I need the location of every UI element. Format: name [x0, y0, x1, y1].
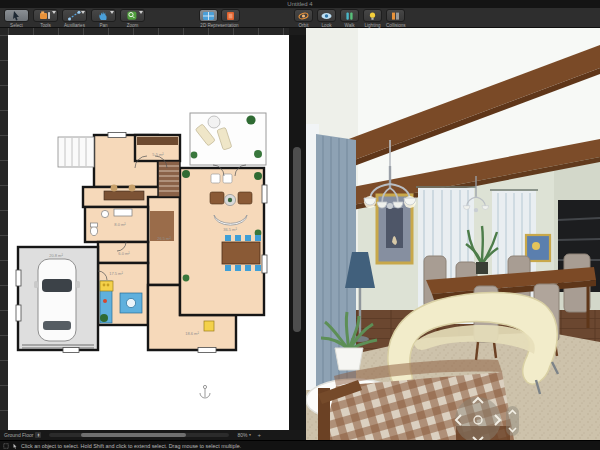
- kitchen-area-label: 17.5 m²: [109, 271, 123, 276]
- select-icon: [9, 10, 24, 21]
- plant-icon[interactable]: [246, 115, 255, 124]
- closet-area-label: 5.5 m²: [152, 152, 164, 157]
- orbit-button[interactable]: [294, 9, 313, 22]
- zoom-dropdown-arrow: [139, 11, 143, 14]
- painting[interactable]: [526, 235, 550, 261]
- tools-button[interactable]: [33, 9, 58, 22]
- closet-shelves[interactable]: [137, 137, 178, 145]
- selection-mode-icon: [3, 443, 9, 449]
- tools-dropdown-arrow: [52, 11, 56, 14]
- floor-stepper-icon[interactable]: ▲▼: [35, 432, 41, 438]
- look-button[interactable]: [317, 9, 336, 22]
- auxiliaries-dropdown-arrow: [81, 11, 85, 14]
- bathroom-area-label: 8.0 m²: [114, 222, 126, 227]
- plant-icon[interactable]: [191, 152, 198, 159]
- lighting-icon: [366, 11, 379, 21]
- tools-icon: [38, 10, 53, 21]
- toolbar-left-group: Select Tools: [4, 9, 149, 28]
- status-message: Click an object to select. Hold Shift an…: [21, 443, 241, 449]
- window-titlebar[interactable]: Untitled 4: [0, 0, 600, 8]
- vertical-scrollbar[interactable]: [289, 35, 306, 430]
- vertical-scrollbar-thumb[interactable]: [293, 147, 301, 332]
- car[interactable]: [34, 259, 80, 341]
- orbit-icon: [297, 11, 310, 21]
- auxiliaries-button[interactable]: [62, 9, 87, 22]
- toolbar-right-group: Orbit Look Walk: [294, 9, 410, 28]
- elevation-view-icon: [224, 11, 237, 21]
- zoom-level-selector[interactable]: 80% ▼: [237, 432, 251, 438]
- plant-icon[interactable]: [254, 150, 262, 158]
- cursor-anchor-icon: [200, 385, 210, 398]
- auxiliaries-icon: [67, 10, 82, 21]
- zoom-icon: [125, 10, 140, 21]
- lighting-button[interactable]: [363, 9, 382, 22]
- cursor-status-icon: [12, 443, 18, 449]
- vertical-ruler: [0, 35, 8, 430]
- pan-dropdown-arrow: [110, 11, 114, 14]
- pan-icon: [96, 10, 111, 21]
- window-title: Untitled 4: [287, 0, 312, 8]
- 3d-nav-updown[interactable]: [506, 406, 519, 436]
- ruler-corner: [0, 28, 8, 35]
- hall-area-label: 26.5 m²: [157, 236, 171, 241]
- porch-steps: [58, 137, 94, 167]
- horizontal-scrollbar-thumb[interactable]: [81, 433, 186, 437]
- walk-icon: [343, 11, 356, 21]
- plan-bottom-bar: Ground Floor ▲▼ 80% ▼ +: [0, 430, 306, 440]
- main-area: 5.5 m² 8.0 m² 6.0 m² 26.5 m² 36.5 m² 17.…: [0, 28, 600, 440]
- 3d-view-pane[interactable]: [306, 28, 600, 440]
- 2d-plan-pane: 5.5 m² 8.0 m² 6.0 m² 26.5 m² 36.5 m² 17.…: [0, 28, 306, 440]
- collisions-button[interactable]: [386, 9, 405, 22]
- wc-area-label: 6.0 m²: [118, 251, 130, 256]
- horizontal-scrollbar[interactable]: [49, 433, 229, 437]
- zoom-level-value: 80%: [237, 432, 247, 438]
- pan-button[interactable]: [91, 9, 116, 22]
- zoom-in-button[interactable]: +: [257, 432, 261, 438]
- floor-plan-canvas[interactable]: 5.5 m² 8.0 m² 6.0 m² 26.5 m² 36.5 m² 17.…: [8, 35, 289, 430]
- status-bar: Click an object to select. Hold Shift an…: [0, 440, 600, 450]
- select-button[interactable]: [4, 9, 29, 22]
- floor-selector-value: Ground Floor: [4, 432, 33, 438]
- elevation-view-button[interactable]: [221, 9, 240, 22]
- collisions-icon: [389, 11, 402, 21]
- terrace[interactable]: [190, 113, 266, 165]
- room-area-label: 18.6 m²: [185, 331, 199, 336]
- walk-button[interactable]: [340, 9, 359, 22]
- stairs[interactable]: [158, 161, 180, 197]
- zoom-dropdown-icon: ▼: [248, 433, 251, 437]
- toolbar: Select Tools: [0, 8, 600, 28]
- 2d-plan-view-button[interactable]: [199, 9, 218, 22]
- living-area-label: 36.5 m²: [223, 227, 237, 232]
- 2d-plan-view-icon: [202, 11, 215, 21]
- zoom-button[interactable]: [120, 9, 145, 22]
- horizontal-ruler: [8, 28, 289, 35]
- app-window: Untitled 4 Select: [0, 0, 600, 450]
- representation-group: 2D Representation: [199, 9, 240, 28]
- garage-area-label: 20.8 m²: [49, 253, 63, 258]
- side-table[interactable]: [204, 321, 214, 331]
- floor-selector[interactable]: Ground Floor ▲▼: [4, 432, 41, 438]
- look-icon: [320, 11, 333, 21]
